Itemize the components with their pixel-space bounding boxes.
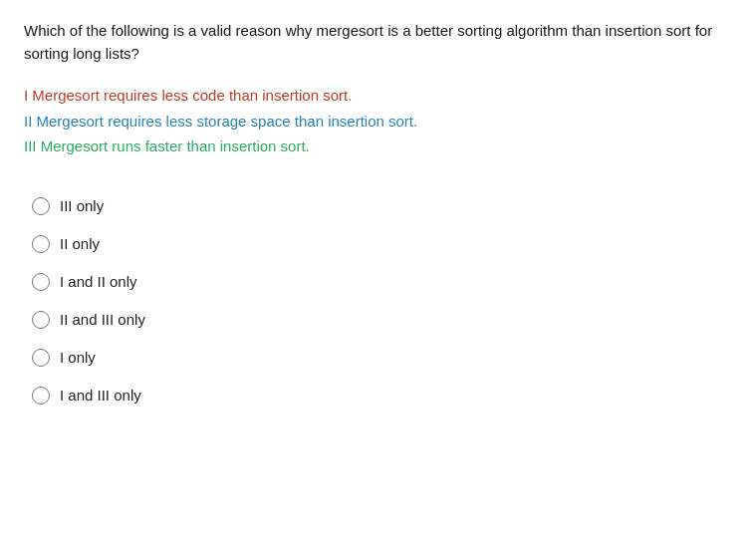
option-label-opt6[interactable]: I and III only [60,387,141,404]
option-label-opt5[interactable]: I only [60,349,96,366]
option-opt5[interactable]: I only [24,339,732,377]
option-opt2[interactable]: II only [24,225,732,263]
option-label-opt1[interactable]: III only [60,197,104,214]
option-label-opt2[interactable]: II only [60,235,100,252]
option-opt1[interactable]: III only [24,187,732,225]
radio-opt3[interactable] [32,273,50,291]
option-opt3[interactable]: I and II only [24,263,732,301]
radio-opt6[interactable] [32,387,50,405]
question-text: Which of the following is a valid reason… [24,20,732,65]
options-container: III onlyII onlyI and II onlyII and III o… [24,187,732,414]
statement-III: III Mergesort runs faster than insertion… [24,134,732,159]
statement-I: I Mergesort requires less code than inse… [24,83,732,109]
radio-opt5[interactable] [32,349,50,367]
radio-opt1[interactable] [32,197,50,215]
statement-II: II Mergesort requires less storage space… [24,109,732,135]
option-opt4[interactable]: II and III only [24,301,732,339]
statements-container: I Mergesort requires less code than inse… [24,83,732,159]
option-label-opt3[interactable]: I and II only [60,273,137,290]
option-opt6[interactable]: I and III only [24,377,732,414]
option-label-opt4[interactable]: II and III only [60,311,145,328]
radio-opt2[interactable] [32,235,50,253]
radio-opt4[interactable] [32,311,50,329]
